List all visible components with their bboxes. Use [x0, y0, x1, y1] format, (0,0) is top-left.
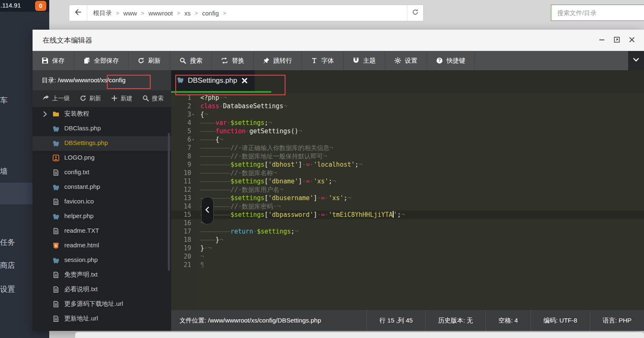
tree-item-label: constant.php [64, 183, 100, 190]
tree-item[interactable]: constant.php [33, 180, 171, 195]
sidebar-item-墙[interactable]: 墙 [0, 166, 8, 176]
toolbar-button-hotkeys[interactable]: ?快捷键 [427, 51, 475, 70]
tree-scrollbar[interactable] [168, 133, 170, 271]
code-token: ¬ [295, 228, 298, 235]
code-token: return [230, 228, 253, 235]
code-token: ¬ [219, 136, 223, 143]
code-token: · [227, 119, 230, 127]
code-line: }·¬ [200, 244, 212, 252]
tree-item[interactable]: helper.php [33, 209, 171, 224]
maximize-button[interactable] [612, 36, 621, 45]
statusbar-item-3[interactable]: 编码: UTF-8 [530, 310, 590, 331]
panel-collapse-handle[interactable] [201, 197, 214, 224]
toolbar-button-goto-line[interactable]: 跳转行 [254, 51, 302, 70]
breadcrumb-segment[interactable]: xs [184, 10, 191, 17]
code-token: · [317, 194, 321, 202]
statusbar-item-4[interactable]: 语言: PHP [590, 310, 644, 331]
tree-toolbar-up-level[interactable]: 上一级 [43, 95, 70, 103]
code-line: ————————//·数据库用户名¬ [200, 186, 283, 194]
code-editor[interactable]: 1<?php·¬2class·DatabaseSettings¬3▾{¬4———… [171, 93, 644, 310]
tree-toolbar-search[interactable]: 搜索 [142, 95, 164, 103]
tree-item[interactable]: 更新地址.url [33, 312, 171, 326]
line-number: 11 [171, 177, 191, 186]
code-token: = [321, 194, 325, 202]
toolbar-button-refresh[interactable]: 刷新 [129, 51, 170, 70]
breadcrumb-segment[interactable]: wwwroot [149, 10, 173, 17]
tab-close-icon[interactable] [241, 77, 248, 84]
tree-item-label: config.txt [64, 168, 89, 175]
breadcrumb-segment[interactable]: 根目录 [93, 9, 112, 17]
tree-item[interactable]: 更多源码下载地址.url [33, 297, 171, 312]
file-search-input[interactable] [551, 5, 644, 20]
back-button[interactable] [69, 5, 87, 21]
code-token: //·数据库用户名 [230, 186, 279, 193]
toolbar-more-button[interactable] [628, 51, 644, 70]
code-line: ————————$settings['dbpassword']·=·'tmEiC… [200, 211, 405, 219]
sidebar-item-商店[interactable]: 商店 [0, 260, 15, 270]
code-line: ————————$settings['dbname']·=·'xs';¬ [200, 177, 336, 186]
statusbar-item-2[interactable]: 空格: 4 [485, 310, 530, 331]
line-number: 2 [171, 102, 191, 110]
line-number: 19 [171, 244, 191, 252]
code-line: ————function·getSettings()¬ [200, 127, 302, 135]
tree-item-label: favicon.ico [64, 198, 94, 205]
tree-item[interactable]: 5readme.html [33, 239, 171, 253]
line-number: 14 [171, 202, 191, 211]
tree-item[interactable]: favicon.ico [33, 195, 171, 209]
code-token: getSettings() [249, 127, 298, 135]
tree-toolbar-plus[interactable]: 新建 [111, 95, 132, 103]
fold-arrow-icon[interactable]: ▾ [192, 135, 197, 144]
tree-item[interactable]: DBClass.php [33, 122, 171, 136]
sidebar-item-任务[interactable]: 任务 [0, 237, 15, 247]
sidebar-item-设置[interactable]: 设置 [0, 284, 15, 294]
chevron-right-icon[interactable] [42, 111, 48, 119]
refresh-path-button[interactable] [407, 5, 423, 21]
minimize-button[interactable] [597, 36, 606, 45]
toolbar-button-replace[interactable]: 替换 [212, 51, 254, 70]
tree-item[interactable]: 安装教程 [33, 107, 171, 122]
tree-item[interactable]: LOGO.png [33, 151, 171, 165]
toolbar-button-label: 全部保存 [94, 57, 119, 65]
breadcrumb-separator-icon: > [177, 10, 180, 16]
code-token: ¬ [279, 186, 283, 193]
php-file-icon [53, 257, 60, 264]
toolbar-button-font[interactable]: 字体 [302, 51, 343, 70]
tab-dbsettings[interactable]: DBSettings.php [171, 70, 255, 91]
editor-statusbar: 文件位置: /www/wwwroot/xs/config/DBSettings.… [171, 310, 644, 331]
code-token: ; [291, 228, 295, 235]
php-elephant-icon [177, 76, 184, 85]
code-token: ¶ [200, 261, 204, 269]
sidebar-item-车[interactable]: 车 [0, 95, 8, 105]
tree-item[interactable]: config.txt [33, 165, 171, 180]
statusbar-item-1[interactable]: 历史版本: 无 [425, 310, 485, 331]
goto-line-icon [263, 57, 270, 64]
close-button[interactable] [627, 36, 636, 45]
code-token: ; [355, 161, 359, 168]
tree-toolbar-refresh[interactable]: 刷新 [80, 95, 101, 103]
toolbar-button-theme[interactable]: 主题 [343, 51, 385, 70]
line-number: 17 [171, 227, 191, 236]
line-number: 1 [171, 94, 191, 102]
tree-item-label: 更新地址.url [64, 315, 98, 323]
tree-item[interactable]: 必看说明.txt [33, 282, 171, 297]
toolbar-button-save[interactable]: 保存 [33, 51, 74, 70]
toolbar-button-settings[interactable]: 设置 [385, 51, 427, 70]
code-token: 'xs' [328, 194, 343, 202]
fold-arrow-icon[interactable]: ▾ [192, 110, 197, 119]
code-token: DatabaseSettings [223, 102, 283, 110]
tree-item[interactable]: session.php [33, 253, 171, 268]
tree-item[interactable]: 免责声明.txt [33, 268, 171, 282]
notification-badge[interactable]: 0 [35, 1, 46, 11]
breadcrumb-segment[interactable]: www [124, 10, 137, 17]
toolbar-button-save-all[interactable]: 全部保存 [74, 51, 129, 70]
code-token: · [302, 178, 306, 185]
line-number: 18 [171, 236, 191, 244]
tree-item[interactable]: DBSettings.php [33, 136, 171, 151]
code-token: [ [265, 194, 268, 202]
toolbar-button-search[interactable]: 搜索 [170, 51, 212, 70]
code-token: ———————— [200, 228, 230, 235]
line-number: 8 [171, 152, 191, 160]
tree-item[interactable]: readme.TXT [33, 224, 171, 239]
breadcrumb-segment[interactable]: config [202, 10, 219, 17]
code-token: ; [397, 211, 401, 219]
